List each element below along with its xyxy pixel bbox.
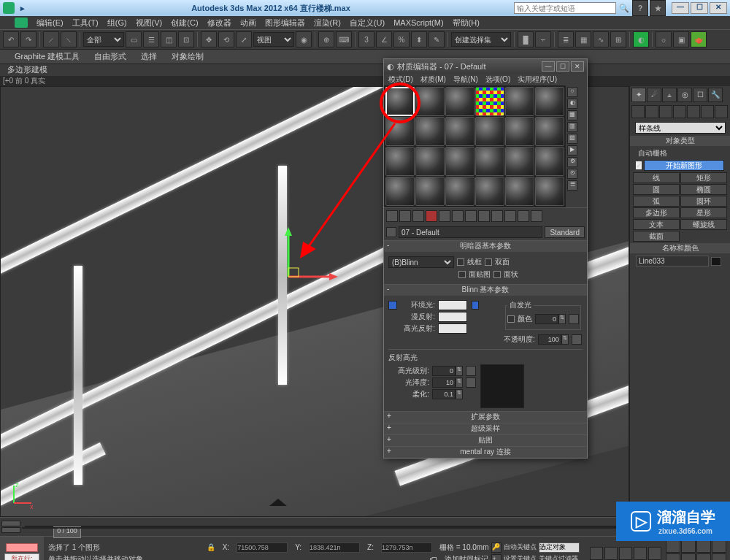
preview-icon[interactable]: ▶ (567, 145, 577, 156)
menu-modifiers[interactable]: 修改器 (207, 18, 231, 28)
coord-z[interactable] (381, 542, 432, 553)
search-input[interactable] (514, 2, 616, 14)
next-frame-icon[interactable] (634, 547, 647, 560)
pan-icon[interactable] (681, 553, 696, 560)
snap-percent-icon[interactable]: % (393, 31, 410, 47)
ribbon-tab-select[interactable]: 选择 (141, 51, 157, 62)
menu-create[interactable]: 创建(C) (171, 18, 198, 28)
menu-animation[interactable]: 动画 (240, 18, 256, 28)
menu-group[interactable]: 组(G) (107, 18, 127, 28)
maximize-vp-icon[interactable] (712, 553, 726, 560)
matedit-menu-util[interactable]: 实用程序(U) (518, 74, 557, 85)
btn-ngon[interactable]: 多边形 (633, 207, 680, 218)
rollout-mentalray[interactable]: mental ray 连接 (384, 446, 587, 458)
setkey-button[interactable]: 设置关键点 (504, 554, 537, 560)
material-name-input[interactable] (399, 226, 542, 238)
mat-slot[interactable] (445, 117, 474, 146)
snap-3-icon[interactable]: 3 (358, 31, 374, 47)
btn-ellipse[interactable]: 椭圆 (680, 184, 727, 195)
snap-spinner-icon[interactable]: ⬍ (411, 31, 427, 47)
spinner-icon[interactable]: ⇅ (561, 334, 569, 345)
align-icon[interactable]: ⫟ (535, 31, 551, 47)
make-unique-icon[interactable] (452, 210, 464, 222)
namecolor-header[interactable]: 名称和颜色 (630, 243, 730, 253)
menu-grapheditors[interactable]: 图形编辑器 (265, 18, 305, 28)
goto-start-icon[interactable] (590, 547, 603, 560)
mat-slot[interactable] (505, 87, 534, 116)
refcoord-drop[interactable]: 视图 (253, 32, 294, 47)
backlight-icon[interactable]: ◐ (567, 99, 577, 109)
mat-slot[interactable] (505, 147, 534, 176)
matedit-min[interactable]: — (542, 61, 555, 72)
move-icon[interactable]: ✥ (201, 31, 217, 47)
manip-icon[interactable]: ⊕ (318, 31, 334, 47)
twoside-check[interactable] (485, 258, 492, 266)
redo-icon[interactable]: ↷ (20, 31, 36, 47)
matedit-menu-nav[interactable]: 导航(N) (453, 74, 478, 85)
lock-ad-icon[interactable] (472, 301, 479, 310)
matedit-max[interactable]: ☐ (556, 61, 569, 72)
rollout-blinn[interactable]: Blinn 基本参数 (384, 284, 587, 296)
btn-star[interactable]: 星形 (680, 207, 727, 218)
sample-type-icon[interactable]: ○ (567, 87, 577, 97)
matid-icon[interactable] (478, 210, 490, 222)
coord-y[interactable] (309, 542, 360, 553)
cameras-subtab[interactable] (673, 105, 686, 118)
menu-edit[interactable]: 编辑(E) (36, 18, 64, 28)
menu-maxscript[interactable]: MAXScript(M) (393, 18, 443, 27)
space-subtab[interactable] (701, 105, 714, 118)
helpers-subtab[interactable] (687, 105, 700, 118)
opacity-map-slot[interactable] (572, 334, 582, 345)
rollout-supersample[interactable]: 超级采样 (384, 423, 587, 434)
put-to-lib-icon[interactable] (465, 210, 477, 222)
scale-icon[interactable]: ⤢ (236, 31, 252, 47)
mirror-icon[interactable]: ▐▌ (518, 31, 534, 47)
mat-slot[interactable] (535, 147, 564, 176)
mat-slot[interactable] (475, 147, 504, 176)
mat-slot[interactable] (445, 87, 474, 116)
rotate-icon[interactable]: ⟲ (218, 31, 234, 47)
editnselset-icon[interactable]: ✎ (429, 31, 445, 47)
selfillum-map-slot[interactable] (569, 314, 579, 324)
lights-subtab[interactable] (659, 105, 672, 118)
btn-text[interactable]: 文本 (633, 219, 680, 230)
objtype-header[interactable]: 对象类型 (630, 136, 730, 146)
mat-slot[interactable] (415, 147, 445, 176)
matedit-menu-material[interactable]: 材质(M) (420, 74, 446, 85)
facemap-check[interactable] (458, 271, 466, 278)
gloss-value[interactable] (432, 377, 456, 388)
mat-slot[interactable] (445, 177, 474, 206)
mat-slot[interactable] (535, 87, 564, 116)
ribbon-tab-graphite[interactable]: Graphite 建模工具 (15, 51, 80, 62)
hierarchy-tab[interactable]: ⟁ (662, 88, 677, 102)
modify-tab[interactable]: ☄ (647, 88, 661, 102)
mat-slot[interactable] (535, 177, 564, 206)
assign-to-sel-icon[interactable] (412, 210, 424, 222)
graphite-icon[interactable]: ▦ (575, 31, 591, 47)
mat-slot[interactable] (475, 117, 504, 146)
menu-tools[interactable]: 工具(T) (72, 18, 99, 28)
viewport-label[interactable]: [+0 前 0 真实 (0, 76, 730, 86)
maximize-button[interactable]: ☐ (691, 2, 708, 14)
systems-subtab[interactable] (715, 105, 728, 118)
snap-angle-icon[interactable]: ∠ (376, 31, 392, 47)
help-icon[interactable]: ? (632, 0, 648, 16)
selfillum-value[interactable] (535, 314, 558, 324)
script-mini-bar[interactable] (6, 543, 38, 552)
make-copy-icon[interactable] (439, 210, 450, 222)
unlink-icon[interactable]: ⟍ (61, 31, 77, 47)
display-tab[interactable]: ☐ (693, 88, 707, 102)
mat-slot[interactable] (475, 87, 504, 116)
menu-views[interactable]: 视图(V) (136, 18, 163, 28)
matedit-icon[interactable]: ◐ (633, 31, 649, 47)
ribbon-tab-freeform[interactable]: 自由形式 (94, 51, 126, 62)
ribbon-tab-objpaint[interactable]: 对象绘制 (172, 51, 204, 62)
pivot-icon[interactable]: ◉ (296, 31, 312, 47)
rendersetup-icon[interactable]: ☼ (656, 31, 672, 47)
opacity-value[interactable] (538, 334, 561, 345)
orbit-icon[interactable] (696, 553, 711, 560)
menu-rendering[interactable]: 渲染(R) (314, 18, 341, 28)
object-color-swatch[interactable] (711, 257, 721, 266)
spinner-icon[interactable]: ⇅ (456, 366, 463, 376)
matedit-close[interactable]: ✕ (571, 61, 584, 72)
